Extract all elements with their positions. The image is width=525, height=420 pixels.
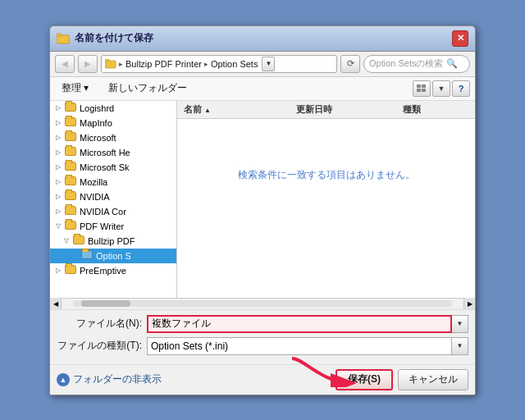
expand-icon: ▷	[53, 162, 63, 172]
expand-icon: ▷	[53, 148, 63, 158]
expand-icon: ▽	[53, 221, 63, 231]
expand-icon: ▷	[53, 192, 63, 202]
hide-folder-icon: ▲	[57, 373, 70, 386]
scroll-track	[73, 300, 452, 307]
h-scrollbar[interactable]: ◀ ▶	[50, 298, 475, 309]
hide-folder-button[interactable]: ▲ フォルダーの非表示	[57, 372, 162, 386]
tree-item-mozilla[interactable]: ▷ Mozilla	[50, 175, 176, 189]
tree-item-pdfwriter[interactable]: ▽ PDF Writer	[50, 219, 176, 234]
cancel-button[interactable]: キャンセル	[398, 369, 468, 390]
close-button[interactable]: ✕	[452, 30, 468, 47]
folder-icon	[65, 117, 78, 129]
back-button[interactable]: ◀	[55, 55, 75, 73]
bottom-bar: ▲ フォルダーの非表示 保存(S) キャンセル	[50, 364, 475, 395]
tree-item-logishrd[interactable]: ▷ Logishrd	[50, 101, 176, 116]
path-dropdown[interactable]: ▼	[262, 57, 275, 71]
filetype-input[interactable]	[147, 337, 452, 355]
tree-item-nvidia[interactable]: ▷ NVIDIA	[50, 189, 176, 204]
scroll-right-button[interactable]: ▶	[463, 298, 475, 309]
path-root: Bullzip PDF Printer	[126, 59, 202, 69]
svg-rect-3	[105, 59, 109, 62]
tree-item-mshe[interactable]: ▷ Microsoft He	[50, 145, 176, 160]
search-bar: 🔍	[363, 55, 470, 73]
filename-input[interactable]	[147, 315, 452, 333]
svg-rect-4	[417, 84, 421, 88]
col-date-header: 更新日時	[296, 103, 403, 116]
filename-label: ファイル名(N):	[57, 317, 147, 331]
tree-label: Microsoft	[80, 133, 116, 143]
nav-toolbar: ◀ ▶ ▸ Bullzip PDF Printer ▸ Option Sets …	[50, 52, 475, 77]
dialog-icon	[57, 33, 70, 44]
path-bar: ▸ Bullzip PDF Printer ▸ Option Sets ▼	[101, 55, 337, 73]
folder-icon	[65, 132, 78, 144]
folder-icon	[65, 206, 78, 217]
scroll-left-button[interactable]: ◀	[50, 298, 62, 309]
new-folder-button[interactable]: 新しいフォルダー	[102, 80, 194, 98]
expand-icon: ▷	[53, 207, 63, 217]
dialog-title: 名前を付けて保存	[75, 31, 153, 45]
filetype-label: ファイルの種類(T):	[57, 339, 147, 353]
action-buttons: 保存(S) キャンセル	[336, 369, 468, 390]
svg-rect-5	[422, 84, 426, 88]
tree-item-mapinfo[interactable]: ▷ MapInfo	[50, 116, 176, 130]
save-dialog: 名前を付けて保存 ✕ ◀ ▶ ▸ Bullzip PDF Printer ▸ O…	[49, 25, 476, 395]
help-button[interactable]: ?	[452, 80, 470, 97]
folder-icon	[65, 176, 78, 188]
svg-rect-7	[422, 89, 426, 92]
filename-dropdown[interactable]: ▼	[452, 315, 468, 333]
folder-icon	[65, 221, 78, 232]
tree-label: PDF Writer	[80, 221, 124, 231]
tree-item-nvcor[interactable]: ▷ NVIDIA Cor	[50, 204, 176, 219]
form-section: ファイル名(N): ▼ ファイルの種類(T): ▼ ▲ フォルダーの非表示	[50, 309, 475, 395]
path-sep1: ▸	[119, 60, 123, 68]
tree-item-mssk[interactable]: ▷ Microsoft Sk	[50, 160, 176, 175]
expand-icon: ▷	[53, 133, 63, 143]
search-input[interactable]	[369, 59, 443, 69]
tree-item-preemptive[interactable]: ▷ PreEmptive	[50, 263, 176, 278]
sort-arrow: ▲	[204, 107, 211, 114]
svg-rect-0	[57, 35, 69, 43]
folder-icon	[105, 59, 116, 69]
tree-item-microsoft[interactable]: ▷ Microsoft	[50, 130, 176, 145]
title-bar: 名前を付けて保存 ✕	[50, 26, 475, 52]
folder-icon	[73, 235, 86, 247]
folder-tree: ▷ Logishrd ▷ MapInfo ▷ Microsoft ▷ Micro…	[50, 101, 177, 298]
expand-icon: ▷	[53, 103, 63, 113]
col-name-header: 名前 ▲	[184, 103, 296, 116]
folder-icon	[65, 147, 78, 158]
forward-button[interactable]: ▶	[78, 55, 98, 73]
view-dropdown-button[interactable]: ▼	[432, 80, 450, 97]
folder-icon	[65, 162, 78, 173]
expand-icon: ▽	[62, 236, 71, 246]
filetype-row: ファイルの種類(T): ▼	[57, 337, 468, 355]
tree-label: Microsoft Sk	[80, 162, 130, 172]
svg-rect-6	[417, 89, 421, 92]
path-child: Option Sets	[211, 59, 258, 69]
action-toolbar: 整理 ▾ 新しいフォルダー ▼ ?	[50, 77, 475, 101]
view-toggle-button[interactable]	[413, 80, 431, 97]
folder-icon	[65, 265, 78, 276]
expand-icon	[70, 251, 80, 261]
organize-button[interactable]: 整理 ▾	[55, 80, 95, 98]
form-area: ファイル名(N): ▼ ファイルの種類(T): ▼	[50, 309, 475, 364]
tree-label: Mozilla	[80, 177, 107, 187]
refresh-button[interactable]: ⟳	[340, 55, 360, 73]
folder-icon	[81, 250, 94, 262]
view-icon	[417, 84, 427, 93]
tree-label: PreEmptive	[80, 266, 126, 276]
filetype-dropdown[interactable]: ▼	[452, 337, 468, 355]
title-bar-left: 名前を付けて保存	[57, 31, 153, 45]
tree-label: NVIDIA	[80, 192, 110, 202]
empty-message: 検索条件に一致する項目はありません。	[177, 168, 475, 182]
save-button[interactable]: 保存(S)	[336, 369, 393, 390]
view-controls: ▼ ?	[413, 80, 470, 97]
tree-item-bullzip[interactable]: ▽ Bullzip PDF	[50, 234, 176, 249]
expand-icon: ▷	[53, 266, 63, 276]
scroll-thumb[interactable]	[81, 300, 130, 307]
tree-label: Logishrd	[80, 103, 114, 113]
path-sep2: ▸	[204, 60, 208, 68]
folder-icon	[65, 103, 78, 114]
tree-item-optionsets[interactable]: Option S	[50, 249, 176, 263]
tree-label: Microsoft He	[80, 148, 130, 158]
tree-label: Option S	[96, 251, 131, 261]
